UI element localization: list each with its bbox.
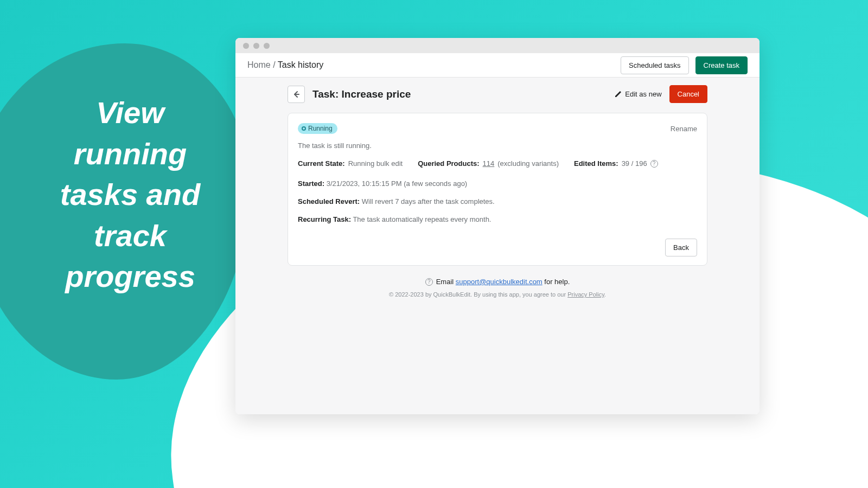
back-button[interactable]: Back	[665, 239, 697, 256]
started-value: 3/21/2023, 10:15:15 PM (a few seconds ag…	[327, 179, 467, 188]
recurring-value: The task automatically repeats every mon…	[353, 215, 491, 223]
breadcrumb-current: Task history	[278, 60, 323, 69]
help-icon[interactable]: ?	[650, 160, 658, 168]
cancel-button[interactable]: Cancel	[669, 85, 707, 103]
current-state-value: Running bulk edit	[348, 159, 403, 168]
status-badge: Running	[298, 123, 337, 134]
current-state: Current State: Running bulk edit	[298, 159, 403, 168]
edit-as-new-label: Edit as new	[625, 90, 661, 98]
copyright: © 2022-2023 by QuickBulkEdit. By using t…	[235, 291, 760, 298]
edited-value: 39 / 196	[622, 159, 647, 168]
recurring-label: Recurring Task:	[298, 215, 351, 223]
create-task-button[interactable]: Create task	[695, 56, 748, 74]
recurring-line: Recurring Task: The task automatically r…	[298, 215, 697, 223]
traffic-light-max[interactable]	[264, 43, 270, 49]
content-scroll[interactable]: Task: Increase price Edit as new Cancel …	[235, 78, 760, 414]
pencil-icon	[614, 91, 622, 98]
status-text: The task is still running.	[298, 142, 697, 150]
page-title: Task: Increase price	[312, 88, 411, 100]
copyright-post: .	[604, 291, 606, 298]
help-icon: ?	[425, 278, 433, 286]
revert-value: Will revert 7 days after the task comple…	[362, 197, 495, 206]
app-window: Home / Task history Scheduled tasks Crea…	[235, 38, 760, 414]
window-titlebar	[235, 38, 760, 53]
breadcrumb-home[interactable]: Home	[247, 60, 271, 69]
arrow-left-icon	[292, 90, 301, 99]
help-post: for help.	[542, 278, 570, 286]
help-pre: Email	[436, 278, 456, 286]
started-line: Started: 3/21/2023, 10:15:15 PM (a few s…	[298, 179, 697, 188]
copyright-pre: © 2022-2023 by QuickBulkEdit. By using t…	[389, 291, 567, 298]
queried-note: (excluding variants)	[497, 159, 559, 168]
revert-label: Scheduled Revert:	[298, 197, 360, 206]
breadcrumb: Home / Task history	[247, 60, 323, 70]
task-card: Running Rename The task is still running…	[288, 113, 707, 266]
breadcrumb-sep: /	[271, 60, 278, 69]
queried-label: Queried Products:	[418, 159, 479, 168]
support-email-link[interactable]: support@quickbulkedit.com	[456, 278, 542, 286]
privacy-policy-link[interactable]: Privacy Policy	[567, 291, 604, 298]
traffic-light-min[interactable]	[253, 43, 259, 49]
help-line: ? Email support@quickbulkedit.com for he…	[235, 278, 760, 286]
info-row: Current State: Running bulk edit Queried…	[298, 159, 697, 168]
back-nav-button[interactable]	[288, 86, 305, 103]
promo-headline: View running tasks and track progress	[43, 92, 217, 297]
edited-items: Edited Items: 39 / 196 ?	[574, 159, 658, 168]
edit-as-new-button[interactable]: Edit as new	[614, 90, 661, 98]
current-state-label: Current State:	[298, 159, 345, 168]
rename-link[interactable]: Rename	[671, 125, 697, 133]
topbar: Home / Task history Scheduled tasks Crea…	[235, 53, 760, 78]
queried-products: Queried Products: 114 (excluding variant…	[418, 159, 559, 168]
status-dot-icon	[302, 126, 306, 131]
topbar-actions: Scheduled tasks Create task	[621, 56, 748, 74]
revert-line: Scheduled Revert: Will revert 7 days aft…	[298, 197, 697, 206]
scheduled-tasks-button[interactable]: Scheduled tasks	[621, 56, 688, 74]
page-header: Task: Increase price Edit as new Cancel	[235, 85, 760, 103]
queried-count[interactable]: 114	[483, 159, 495, 168]
traffic-light-close[interactable]	[243, 43, 249, 49]
started-label: Started:	[298, 179, 324, 188]
edited-label: Edited Items:	[574, 159, 618, 168]
status-badge-label: Running	[308, 125, 333, 132]
